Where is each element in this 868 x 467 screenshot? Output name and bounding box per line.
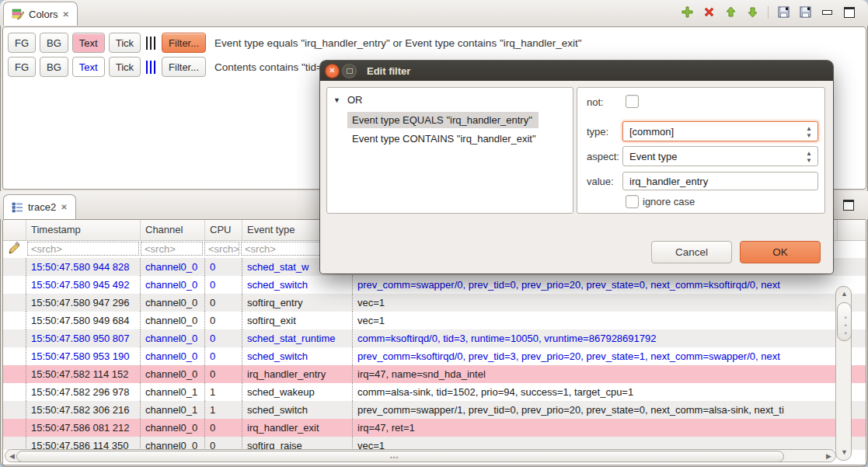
table-row[interactable]: 15:50:47.582 306 216channel0_11sched_swi…: [3, 401, 866, 419]
ok-button[interactable]: OK: [740, 241, 821, 263]
row-gutter: [3, 383, 26, 401]
delete-filter-button[interactable]: [702, 5, 716, 19]
export-filters-button[interactable]: [777, 5, 790, 19]
horizontal-scrollbar-thumb[interactable]: ▪▪▪: [16, 451, 784, 462]
column-header[interactable]: Timestamp: [26, 220, 141, 240]
column-header[interactable]: CPU: [205, 220, 242, 240]
cpu-cell: 0: [205, 294, 242, 312]
ignore-case-label: ignore case: [643, 196, 695, 207]
search-input[interactable]: <srch>: [27, 242, 139, 256]
cancel-button[interactable]: Cancel: [651, 241, 732, 263]
filter-button[interactable]: Filter...: [162, 57, 206, 77]
filter-button[interactable]: Filter...: [162, 33, 206, 53]
event-type-cell: sched_wakeup: [242, 383, 353, 401]
channel-cell: channel0_1: [141, 383, 205, 401]
tab-colors[interactable]: Colors ✕: [3, 2, 78, 26]
contents-cell: vec=1: [353, 312, 838, 329]
horizontal-scrollbar[interactable]: ◀ ▪▪▪ ▶: [5, 449, 836, 462]
cpu-cell: 0: [205, 312, 242, 329]
table-row[interactable]: 15:50:47.582 114 152channel0_00irq_handl…: [3, 365, 866, 383]
tree-node-or[interactable]: ▼ OR: [333, 94, 362, 106]
ignore-case-checkbox[interactable]: [626, 195, 639, 208]
table-row[interactable]: 15:50:47.580 945 492channel0_00sched_swi…: [3, 276, 866, 294]
scroll-left-icon[interactable]: ◀: [9, 453, 15, 460]
type-label: type:: [587, 126, 608, 138]
search-input[interactable]: <srch>: [141, 242, 203, 256]
table-row[interactable]: 15:50:47.580 953 190channel0_00sched_swi…: [3, 347, 866, 365]
channel-cell: channel0_0: [141, 365, 205, 383]
dialog-title: Edit filter: [367, 65, 410, 77]
toolbar-separator: [768, 6, 769, 19]
channel-cell: channel0_0: [141, 294, 205, 312]
timestamp-cell: 15:50:47.580 953 190: [26, 347, 141, 365]
event-list-icon: [12, 201, 23, 213]
colors-palette-icon: [12, 8, 24, 20]
vertical-scrollbar[interactable]: ▲ ▪▪▪ ▼: [835, 286, 852, 461]
tick-color-button[interactable]: Tick: [109, 33, 141, 53]
event-type-cell: softirq_entry: [242, 294, 353, 312]
search-input[interactable]: <srch>: [204, 242, 239, 256]
channel-cell: channel0_0: [141, 258, 205, 276]
add-filter-button[interactable]: [681, 5, 694, 19]
fg-color-button[interactable]: FG: [8, 57, 36, 77]
scroll-up-icon[interactable]: ▲: [841, 291, 848, 298]
fg-color-button[interactable]: FG: [8, 33, 36, 53]
tick-color-button[interactable]: Tick: [109, 57, 141, 77]
colors-toolbar: [681, 5, 856, 19]
dialog-titlebar[interactable]: ✕ Edit filter: [320, 61, 833, 81]
table-row[interactable]: 15:50:47.580 950 807channel0_00sched_sta…: [3, 329, 866, 347]
contents-cell: vec=1: [353, 294, 838, 312]
maximize-view-button[interactable]: [842, 5, 856, 19]
scroll-down-icon[interactable]: ▼: [841, 449, 848, 456]
timestamp-cell: 15:50:47.580 949 684: [26, 312, 141, 329]
aspect-label: aspect:: [587, 151, 619, 162]
aspect-select[interactable]: Event type ▲▼: [622, 146, 818, 166]
table-row[interactable]: 15:50:47.580 947 296channel0_00softirq_e…: [3, 294, 866, 312]
column-header[interactable]: [3, 220, 26, 240]
not-checkbox[interactable]: [626, 95, 639, 108]
minimize-view-button[interactable]: [821, 5, 834, 19]
spinner-arrows-icon[interactable]: ▲▼: [806, 125, 812, 139]
search-pencil-icon: [7, 242, 20, 258]
filter-condition: Contents contains "tid=3": [214, 61, 332, 73]
row-gutter: [3, 294, 26, 312]
vertical-scrollbar-thumb[interactable]: ▪▪▪: [837, 302, 852, 341]
tab-trace2-label: trace2: [28, 201, 56, 213]
dialog-maximize-icon[interactable]: [343, 64, 356, 78]
bg-color-button[interactable]: BG: [40, 33, 68, 53]
event-type-cell: softirq_raise: [242, 437, 353, 450]
row-gutter: [3, 258, 26, 276]
dialog-close-icon[interactable]: ✕: [326, 64, 339, 78]
application-window: Colors ✕ FG BG Text Tick Filter...: [0, 0, 868, 467]
tree-node-label: Event type EQUALS "irq_handler_entry": [352, 114, 532, 126]
tab-trace2-close-icon[interactable]: ✕: [61, 203, 67, 211]
table-row[interactable]: 15:50:47.582 296 978channel0_11sched_wak…: [3, 383, 866, 401]
row-gutter: [3, 419, 26, 437]
table-row[interactable]: 15:50:47.580 949 684channel0_00softirq_e…: [3, 312, 866, 329]
tree-node[interactable]: Event type CONTAINS "irq_handler_exit": [347, 131, 542, 147]
text-swatch-button[interactable]: Text: [72, 33, 105, 53]
move-down-button[interactable]: [746, 5, 759, 19]
maximize-events-view-button[interactable]: [842, 198, 855, 211]
import-filters-button[interactable]: [799, 5, 812, 19]
tab-trace2[interactable]: trace2 ✕: [3, 194, 76, 219]
text-swatch-button[interactable]: Text: [72, 57, 105, 77]
table-row[interactable]: 15:50:47.586 081 212channel0_00irq_handl…: [3, 419, 866, 437]
column-header[interactable]: Channel: [141, 220, 205, 240]
event-type-cell: irq_handler_entry: [242, 365, 353, 383]
contents-cell: irq=47, name=snd_hda_intel: [353, 365, 838, 383]
tab-colors-close-icon[interactable]: ✕: [63, 10, 69, 19]
tree-expander-icon[interactable]: ▼: [333, 96, 340, 104]
value-input[interactable]: [622, 172, 818, 190]
tree-node-selected[interactable]: Event type EQUALS "irq_handler_entry": [347, 112, 539, 128]
scroll-right-icon[interactable]: ▶: [826, 453, 831, 460]
table-row[interactable]: 15:50:47.586 114 350channel0_00softirq_r…: [3, 437, 866, 450]
move-up-button[interactable]: [724, 5, 737, 19]
spinner-arrows-icon[interactable]: ▲▼: [806, 150, 812, 164]
type-select[interactable]: [common] ▲▼: [622, 121, 818, 141]
timestamp-cell: 15:50:47.580 947 296: [26, 294, 141, 312]
bg-color-button[interactable]: BG: [40, 57, 68, 77]
filter-condition: Event type equals "irq_handler_entry" or…: [214, 37, 581, 49]
cpu-cell: 1: [205, 401, 242, 419]
event-type-cell: sched_switch: [242, 401, 353, 419]
